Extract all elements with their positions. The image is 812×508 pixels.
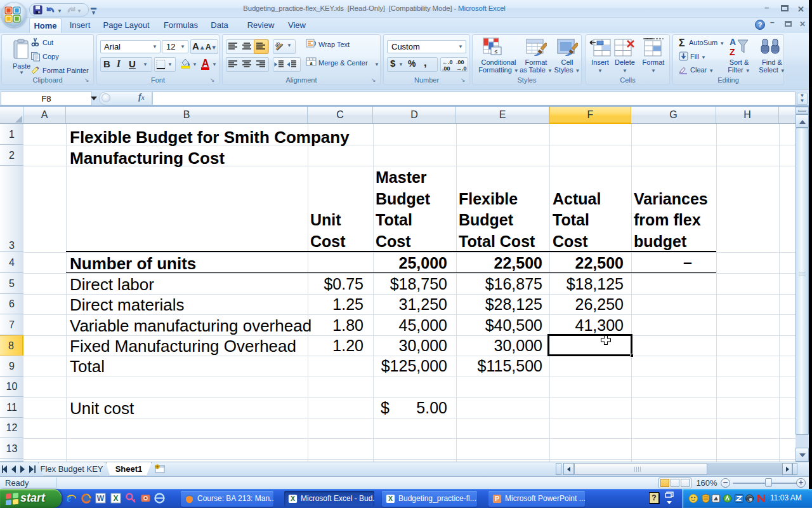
svg-text:W: W bbox=[97, 494, 105, 503]
svg-text:X: X bbox=[388, 495, 393, 502]
svg-text:Z: Z bbox=[730, 47, 735, 57]
svg-text:≤: ≤ bbox=[495, 48, 498, 55]
svg-text:X: X bbox=[113, 494, 118, 503]
svg-text:e: e bbox=[67, 493, 72, 504]
svg-text:X: X bbox=[291, 495, 295, 502]
svg-text:P: P bbox=[495, 495, 499, 502]
svg-text:A: A bbox=[730, 37, 736, 47]
svg-text:a: a bbox=[310, 60, 313, 66]
svg-text:ab: ab bbox=[275, 41, 282, 49]
